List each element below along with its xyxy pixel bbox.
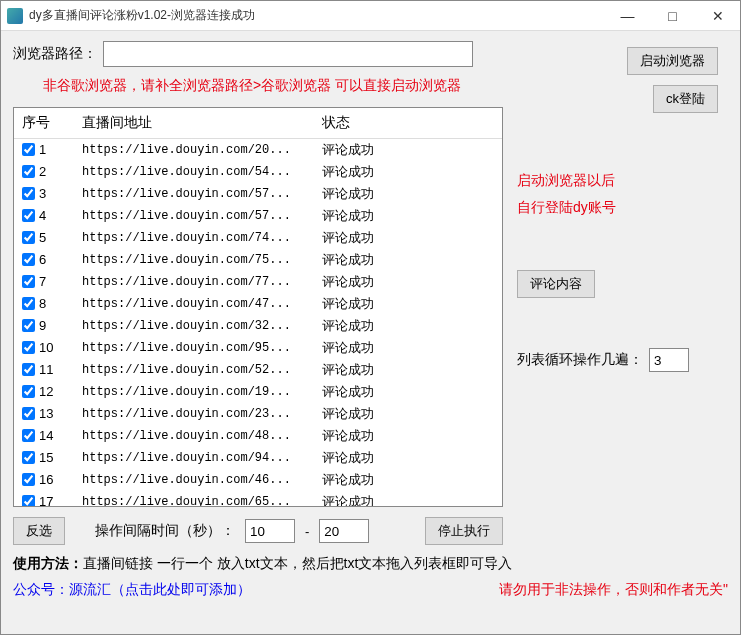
row-checkbox[interactable]	[22, 451, 35, 464]
row-url: https://live.douyin.com/94...	[74, 447, 314, 469]
interval-from-input[interactable]	[245, 519, 295, 543]
disclaimer: 请勿用于非法操作，否则和作者无关"	[499, 581, 728, 599]
row-seq: 14	[39, 428, 53, 443]
loop-label: 列表循环操作几遍：	[517, 351, 643, 369]
row-checkbox[interactable]	[22, 275, 35, 288]
close-button[interactable]: ✕	[695, 1, 740, 31]
row-checkbox[interactable]	[22, 143, 35, 156]
row-seq: 12	[39, 384, 53, 399]
loop-count-input[interactable]	[649, 348, 689, 372]
table-row[interactable]: 1https://live.douyin.com/20...评论成功	[14, 139, 502, 162]
table-row[interactable]: 12https://live.douyin.com/19...评论成功	[14, 381, 502, 403]
row-status: 评论成功	[314, 161, 502, 183]
row-seq: 8	[39, 296, 46, 311]
table-row[interactable]: 3https://live.douyin.com/57...评论成功	[14, 183, 502, 205]
table-row[interactable]: 17https://live.douyin.com/65...评论成功	[14, 491, 502, 507]
row-checkbox[interactable]	[22, 385, 35, 398]
row-seq: 5	[39, 230, 46, 245]
row-checkbox[interactable]	[22, 363, 35, 376]
interval-to-input[interactable]	[319, 519, 369, 543]
row-url: https://live.douyin.com/54...	[74, 161, 314, 183]
row-checkbox[interactable]	[22, 209, 35, 222]
table-row[interactable]: 11https://live.douyin.com/52...评论成功	[14, 359, 502, 381]
row-url: https://live.douyin.com/57...	[74, 183, 314, 205]
col-url[interactable]: 直播间地址	[74, 108, 314, 139]
wechat-label: 公众号：	[13, 581, 69, 597]
row-status: 评论成功	[314, 271, 502, 293]
table-row[interactable]: 14https://live.douyin.com/48...评论成功	[14, 425, 502, 447]
table-row[interactable]: 9https://live.douyin.com/32...评论成功	[14, 315, 502, 337]
browser-hint: 非谷歌浏览器，请补全浏览器路径>谷歌浏览器 可以直接启动浏览器	[43, 77, 728, 95]
row-checkbox[interactable]	[22, 297, 35, 310]
table-row[interactable]: 8https://live.douyin.com/47...评论成功	[14, 293, 502, 315]
row-url: https://live.douyin.com/74...	[74, 227, 314, 249]
row-seq: 6	[39, 252, 46, 267]
interval-sep: -	[305, 524, 309, 539]
row-checkbox[interactable]	[22, 495, 35, 508]
stop-button[interactable]: 停止执行	[425, 517, 503, 545]
login-hint-2: 自行登陆dy账号	[517, 194, 728, 221]
table-row[interactable]: 15https://live.douyin.com/94...评论成功	[14, 447, 502, 469]
row-status: 评论成功	[314, 469, 502, 491]
row-seq: 2	[39, 164, 46, 179]
row-seq: 10	[39, 340, 53, 355]
row-status: 评论成功	[314, 249, 502, 271]
row-checkbox[interactable]	[22, 473, 35, 486]
col-seq[interactable]: 序号	[14, 108, 74, 139]
wechat-link[interactable]: 源流汇（点击此处即可添加）	[69, 581, 251, 597]
row-checkbox[interactable]	[22, 341, 35, 354]
table-row[interactable]: 16https://live.douyin.com/46...评论成功	[14, 469, 502, 491]
interval-label: 操作间隔时间（秒）：	[95, 522, 235, 540]
invert-selection-button[interactable]: 反选	[13, 517, 65, 545]
row-seq: 13	[39, 406, 53, 421]
row-status: 评论成功	[314, 337, 502, 359]
comment-content-button[interactable]: 评论内容	[517, 270, 595, 298]
table-row[interactable]: 2https://live.douyin.com/54...评论成功	[14, 161, 502, 183]
titlebar: dy多直播间评论涨粉v1.02-浏览器连接成功 — □ ✕	[1, 1, 740, 31]
table-row[interactable]: 6https://live.douyin.com/75...评论成功	[14, 249, 502, 271]
row-checkbox[interactable]	[22, 319, 35, 332]
row-status: 评论成功	[314, 315, 502, 337]
table-row[interactable]: 10https://live.douyin.com/95...评论成功	[14, 337, 502, 359]
row-checkbox[interactable]	[22, 165, 35, 178]
ck-login-button[interactable]: ck登陆	[653, 85, 718, 113]
row-status: 评论成功	[314, 447, 502, 469]
usage-text: 直播间链接 一行一个 放入txt文本，然后把txt文本拖入列表框即可导入	[83, 555, 512, 571]
row-url: https://live.douyin.com/23...	[74, 403, 314, 425]
table-row[interactable]: 5https://live.douyin.com/74...评论成功	[14, 227, 502, 249]
titlebar-text: dy多直播间评论涨粉v1.02-浏览器连接成功	[29, 7, 605, 24]
row-checkbox[interactable]	[22, 429, 35, 442]
row-seq: 15	[39, 450, 53, 465]
row-seq: 3	[39, 186, 46, 201]
row-url: https://live.douyin.com/65...	[74, 491, 314, 507]
row-seq: 1	[39, 142, 46, 157]
start-browser-button[interactable]: 启动浏览器	[627, 47, 718, 75]
row-url: https://live.douyin.com/48...	[74, 425, 314, 447]
row-checkbox[interactable]	[22, 231, 35, 244]
row-status: 评论成功	[314, 139, 502, 162]
row-status: 评论成功	[314, 491, 502, 507]
row-status: 评论成功	[314, 359, 502, 381]
login-hint-1: 启动浏览器以后	[517, 167, 728, 194]
row-checkbox[interactable]	[22, 407, 35, 420]
row-url: https://live.douyin.com/20...	[74, 139, 314, 162]
table-row[interactable]: 4https://live.douyin.com/57...评论成功	[14, 205, 502, 227]
url-table[interactable]: 序号 直播间地址 状态 1https://live.douyin.com/20.…	[13, 107, 503, 507]
maximize-button[interactable]: □	[650, 1, 695, 31]
table-row[interactable]: 7https://live.douyin.com/77...评论成功	[14, 271, 502, 293]
minimize-button[interactable]: —	[605, 1, 650, 31]
row-status: 评论成功	[314, 227, 502, 249]
row-seq: 17	[39, 494, 53, 508]
col-status[interactable]: 状态	[314, 108, 502, 139]
row-seq: 9	[39, 318, 46, 333]
row-status: 评论成功	[314, 293, 502, 315]
row-checkbox[interactable]	[22, 187, 35, 200]
row-seq: 16	[39, 472, 53, 487]
row-status: 评论成功	[314, 205, 502, 227]
row-seq: 11	[39, 362, 53, 377]
usage-label: 使用方法：	[13, 555, 83, 571]
table-row[interactable]: 13https://live.douyin.com/23...评论成功	[14, 403, 502, 425]
row-url: https://live.douyin.com/75...	[74, 249, 314, 271]
browser-path-input[interactable]	[103, 41, 473, 67]
row-checkbox[interactable]	[22, 253, 35, 266]
